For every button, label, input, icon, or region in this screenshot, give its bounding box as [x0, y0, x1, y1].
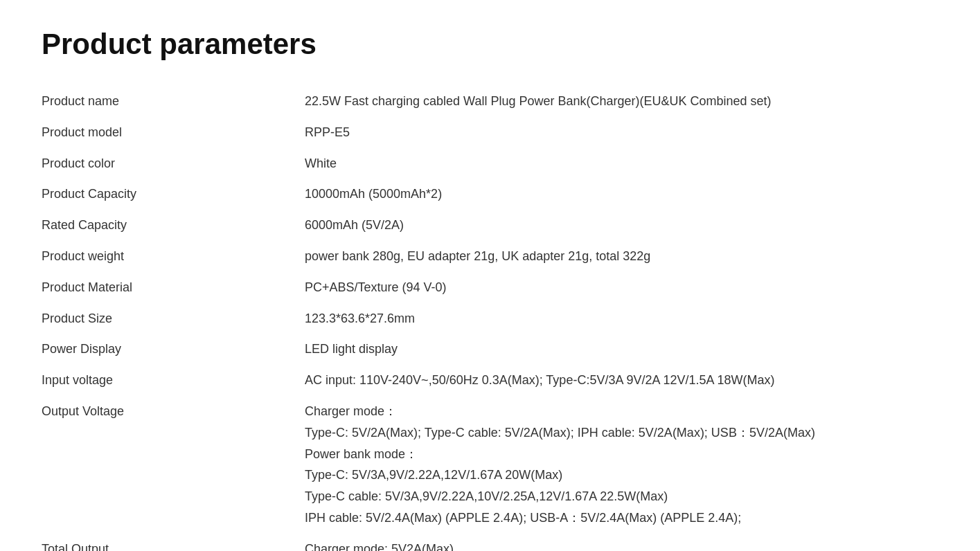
param-value: power bank 280g, EU adapter 21g, UK adap… — [305, 241, 938, 272]
param-label: Product weight — [42, 241, 305, 272]
table-row: Rated Capacity6000mAh (5V/2A) — [42, 210, 938, 241]
param-value: White — [305, 148, 938, 179]
param-value: Charger mode：Type-C: 5V/2A(Max); Type-C … — [305, 396, 938, 534]
param-label: Product color — [42, 148, 305, 179]
param-label: Input voltage — [42, 365, 305, 396]
param-value: 22.5W Fast charging cabled Wall Plug Pow… — [305, 86, 938, 117]
table-row: Product Material PC+ABS/Texture (94 V-0) — [42, 272, 938, 303]
param-value-line: Type-C: 5V/2A(Max); Type-C cable: 5V/2A(… — [305, 423, 938, 443]
table-row: Power DisplayLED light display — [42, 334, 938, 365]
param-label: Product name — [42, 86, 305, 117]
param-value: 10000mAh (5000mAh*2) — [305, 179, 938, 210]
page-title: Product parameters — [42, 28, 938, 61]
param-value-line: Charger mode: 5V2A(Max) — [305, 542, 454, 551]
param-value: 123.3*63.6*27.6mm — [305, 303, 938, 334]
table-row: Product weightpower bank 280g, EU adapte… — [42, 241, 938, 272]
table-row: Input voltageAC input: 110V-240V~,50/60H… — [42, 365, 938, 396]
table-row: Output VoltageCharger mode：Type-C: 5V/2A… — [42, 396, 938, 534]
param-value: LED light display — [305, 334, 938, 365]
param-value-line: Type-C: 5V/3A,9V/2.22A,12V/1.67A 20W(Max… — [305, 465, 938, 485]
param-value: PC+ABS/Texture (94 V-0) — [305, 272, 938, 303]
param-value-line: Type-C cable: 5V/3A,9V/2.22A,10V/2.25A,1… — [305, 487, 938, 507]
param-value: 6000mAh (5V/2A) — [305, 210, 938, 241]
param-value-line: Charger mode： — [305, 404, 397, 418]
param-value: RPP-E5 — [305, 117, 938, 148]
table-row: Product modelRPP-E5 — [42, 117, 938, 148]
param-label: Product Material — [42, 272, 305, 303]
param-value: Charger mode: 5V2A(Max)Power bank mode: … — [305, 534, 938, 551]
param-label: Total Output — [42, 534, 305, 551]
param-value-line: Power bank mode： — [305, 444, 938, 464]
table-row: Product Capacity10000mAh (5000mAh*2) — [42, 179, 938, 210]
table-row: Product color White — [42, 148, 938, 179]
params-table: Product name22.5W Fast charging cabled W… — [42, 86, 938, 551]
param-label: Product Capacity — [42, 179, 305, 210]
table-row: Total OutputCharger mode: 5V2A(Max)Power… — [42, 534, 938, 551]
param-label: Product Size — [42, 303, 305, 334]
table-row: Product name22.5W Fast charging cabled W… — [42, 86, 938, 117]
param-value: AC input: 110V-240V~,50/60Hz 0.3A(Max); … — [305, 365, 938, 396]
param-value-line: IPH cable: 5V/2.4A(Max) (APPLE 2.4A); US… — [305, 508, 938, 528]
param-label: Product model — [42, 117, 305, 148]
table-row: Product Size123.3*63.6*27.6mm — [42, 303, 938, 334]
param-label: Output Voltage — [42, 396, 305, 534]
param-label: Rated Capacity — [42, 210, 305, 241]
param-label: Power Display — [42, 334, 305, 365]
